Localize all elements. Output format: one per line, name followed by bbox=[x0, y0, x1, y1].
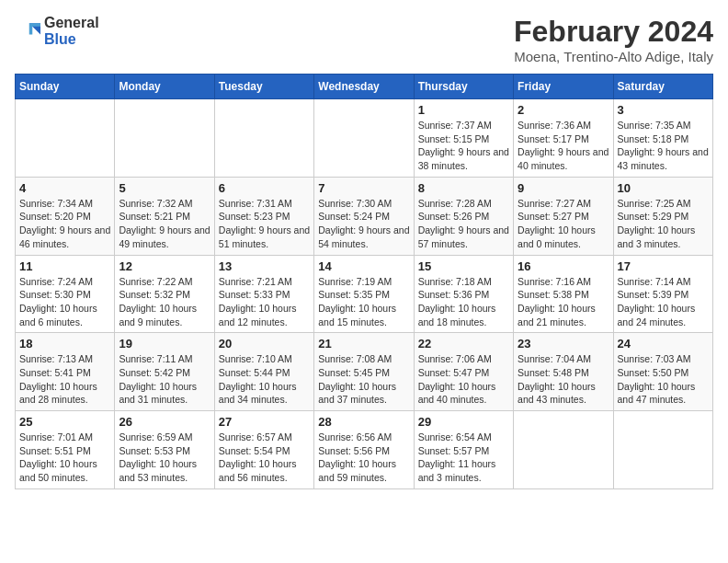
day-detail: Sunrise: 7:27 AMSunset: 5:27 PMDaylight:… bbox=[518, 197, 609, 251]
calendar-cell: 16Sunrise: 7:16 AMSunset: 5:38 PMDayligh… bbox=[514, 255, 613, 333]
calendar-cell: 20Sunrise: 7:10 AMSunset: 5:44 PMDayligh… bbox=[214, 333, 313, 411]
day-number: 11 bbox=[19, 259, 110, 273]
calendar-cell: 26Sunrise: 6:59 AMSunset: 5:53 PMDayligh… bbox=[115, 411, 214, 489]
day-detail: Sunrise: 7:19 AMSunset: 5:35 PMDaylight:… bbox=[318, 275, 409, 329]
calendar-title: February 2024 bbox=[514, 15, 713, 49]
day-detail: Sunrise: 7:25 AMSunset: 5:29 PMDaylight:… bbox=[618, 197, 709, 251]
day-detail: Sunrise: 7:18 AMSunset: 5:36 PMDaylight:… bbox=[418, 275, 509, 329]
day-header-tuesday: Tuesday bbox=[214, 75, 313, 99]
day-number: 22 bbox=[418, 337, 509, 350]
day-number: 17 bbox=[618, 259, 709, 273]
calendar-cell bbox=[514, 411, 613, 489]
calendar-header-row: SundayMondayTuesdayWednesdayThursdayFrid… bbox=[16, 75, 713, 99]
calendar-cell: 13Sunrise: 7:21 AMSunset: 5:33 PMDayligh… bbox=[214, 255, 313, 333]
calendar-table: SundayMondayTuesdayWednesdayThursdayFrid… bbox=[15, 74, 713, 489]
day-detail: Sunrise: 6:57 AMSunset: 5:54 PMDaylight:… bbox=[219, 431, 310, 485]
day-number: 21 bbox=[318, 337, 409, 350]
day-detail: Sunrise: 7:10 AMSunset: 5:44 PMDaylight:… bbox=[219, 352, 310, 407]
calendar-week-4: 18Sunrise: 7:13 AMSunset: 5:41 PMDayligh… bbox=[16, 333, 713, 411]
calendar-cell bbox=[314, 99, 414, 178]
day-number: 27 bbox=[219, 415, 310, 429]
calendar-cell: 24Sunrise: 7:03 AMSunset: 5:50 PMDayligh… bbox=[613, 333, 712, 411]
calendar-cell: 3Sunrise: 7:35 AMSunset: 5:18 PMDaylight… bbox=[613, 99, 712, 178]
day-detail: Sunrise: 7:30 AMSunset: 5:24 PMDaylight:… bbox=[318, 197, 409, 251]
title-area: February 2024 Moena, Trentino-Alto Adige… bbox=[514, 15, 713, 64]
calendar-cell: 2Sunrise: 7:36 AMSunset: 5:17 PMDaylight… bbox=[514, 99, 613, 178]
calendar-week-2: 4Sunrise: 7:34 AMSunset: 5:20 PMDaylight… bbox=[16, 177, 713, 255]
day-detail: Sunrise: 7:36 AMSunset: 5:17 PMDaylight:… bbox=[518, 119, 609, 173]
day-detail: Sunrise: 6:59 AMSunset: 5:53 PMDaylight:… bbox=[119, 431, 210, 485]
calendar-cell: 14Sunrise: 7:19 AMSunset: 5:35 PMDayligh… bbox=[314, 255, 414, 333]
day-number: 10 bbox=[618, 181, 709, 195]
day-number: 7 bbox=[318, 181, 409, 195]
calendar-cell: 28Sunrise: 6:56 AMSunset: 5:56 PMDayligh… bbox=[314, 411, 414, 489]
day-detail: Sunrise: 7:08 AMSunset: 5:45 PMDaylight:… bbox=[318, 352, 409, 407]
day-number: 20 bbox=[219, 337, 310, 350]
calendar-body: 1Sunrise: 7:37 AMSunset: 5:15 PMDaylight… bbox=[16, 99, 713, 489]
day-detail: Sunrise: 7:28 AMSunset: 5:26 PMDaylight:… bbox=[418, 197, 509, 251]
day-number: 5 bbox=[119, 181, 210, 195]
calendar-week-5: 25Sunrise: 7:01 AMSunset: 5:51 PMDayligh… bbox=[16, 411, 713, 489]
day-number: 28 bbox=[318, 415, 409, 429]
day-detail: Sunrise: 6:54 AMSunset: 5:57 PMDaylight:… bbox=[418, 431, 509, 485]
day-number: 12 bbox=[119, 259, 210, 273]
day-header-sunday: Sunday bbox=[16, 75, 115, 99]
calendar-cell: 9Sunrise: 7:27 AMSunset: 5:27 PMDaylight… bbox=[514, 177, 613, 255]
calendar-cell: 5Sunrise: 7:32 AMSunset: 5:21 PMDaylight… bbox=[115, 177, 214, 255]
calendar-cell bbox=[613, 411, 712, 489]
day-detail: Sunrise: 7:37 AMSunset: 5:15 PMDaylight:… bbox=[418, 119, 509, 173]
logo-line2: Blue bbox=[44, 31, 99, 48]
day-header-wednesday: Wednesday bbox=[314, 75, 414, 99]
calendar-cell bbox=[115, 99, 214, 178]
calendar-cell: 21Sunrise: 7:08 AMSunset: 5:45 PMDayligh… bbox=[314, 333, 414, 411]
svg-rect-0 bbox=[15, 18, 40, 44]
calendar-cell bbox=[16, 99, 115, 178]
day-detail: Sunrise: 7:06 AMSunset: 5:47 PMDaylight:… bbox=[418, 352, 509, 407]
day-number: 23 bbox=[518, 337, 609, 350]
calendar-cell: 4Sunrise: 7:34 AMSunset: 5:20 PMDaylight… bbox=[16, 177, 115, 255]
day-number: 24 bbox=[618, 337, 709, 350]
day-detail: Sunrise: 7:13 AMSunset: 5:41 PMDaylight:… bbox=[19, 352, 110, 407]
logo-icon bbox=[15, 18, 40, 44]
day-number: 6 bbox=[219, 181, 310, 195]
day-detail: Sunrise: 7:22 AMSunset: 5:32 PMDaylight:… bbox=[119, 275, 210, 329]
calendar-cell: 18Sunrise: 7:13 AMSunset: 5:41 PMDayligh… bbox=[16, 333, 115, 411]
calendar-cell: 22Sunrise: 7:06 AMSunset: 5:47 PMDayligh… bbox=[414, 333, 513, 411]
day-detail: Sunrise: 7:21 AMSunset: 5:33 PMDaylight:… bbox=[219, 275, 310, 329]
calendar-cell: 11Sunrise: 7:24 AMSunset: 5:30 PMDayligh… bbox=[16, 255, 115, 333]
calendar-cell: 1Sunrise: 7:37 AMSunset: 5:15 PMDaylight… bbox=[414, 99, 513, 178]
calendar-cell: 15Sunrise: 7:18 AMSunset: 5:36 PMDayligh… bbox=[414, 255, 513, 333]
day-number: 15 bbox=[418, 259, 509, 273]
calendar-cell: 17Sunrise: 7:14 AMSunset: 5:39 PMDayligh… bbox=[613, 255, 712, 333]
day-number: 8 bbox=[418, 181, 509, 195]
calendar-cell: 7Sunrise: 7:30 AMSunset: 5:24 PMDaylight… bbox=[314, 177, 414, 255]
day-header-thursday: Thursday bbox=[414, 75, 513, 99]
calendar-cell: 27Sunrise: 6:57 AMSunset: 5:54 PMDayligh… bbox=[214, 411, 313, 489]
day-number: 19 bbox=[119, 337, 210, 350]
calendar-cell: 10Sunrise: 7:25 AMSunset: 5:29 PMDayligh… bbox=[613, 177, 712, 255]
day-number: 29 bbox=[418, 415, 509, 429]
calendar-week-3: 11Sunrise: 7:24 AMSunset: 5:30 PMDayligh… bbox=[16, 255, 713, 333]
day-number: 16 bbox=[518, 259, 609, 273]
calendar-subtitle: Moena, Trentino-Alto Adige, Italy bbox=[514, 49, 713, 64]
calendar-cell: 19Sunrise: 7:11 AMSunset: 5:42 PMDayligh… bbox=[115, 333, 214, 411]
day-number: 4 bbox=[19, 181, 110, 195]
calendar-cell bbox=[214, 99, 313, 178]
day-number: 14 bbox=[318, 259, 409, 273]
calendar-cell: 6Sunrise: 7:31 AMSunset: 5:23 PMDaylight… bbox=[214, 177, 313, 255]
day-detail: Sunrise: 7:24 AMSunset: 5:30 PMDaylight:… bbox=[19, 275, 110, 329]
day-detail: Sunrise: 7:35 AMSunset: 5:18 PMDaylight:… bbox=[618, 119, 709, 173]
day-detail: Sunrise: 7:16 AMSunset: 5:38 PMDaylight:… bbox=[518, 275, 609, 329]
logo-line1: General bbox=[44, 15, 99, 31]
day-number: 18 bbox=[19, 337, 110, 350]
day-detail: Sunrise: 7:14 AMSunset: 5:39 PMDaylight:… bbox=[618, 275, 709, 329]
day-number: 1 bbox=[418, 103, 509, 117]
calendar-cell: 25Sunrise: 7:01 AMSunset: 5:51 PMDayligh… bbox=[16, 411, 115, 489]
day-number: 26 bbox=[119, 415, 210, 429]
calendar-cell: 8Sunrise: 7:28 AMSunset: 5:26 PMDaylight… bbox=[414, 177, 513, 255]
calendar-cell: 12Sunrise: 7:22 AMSunset: 5:32 PMDayligh… bbox=[115, 255, 214, 333]
day-detail: Sunrise: 7:11 AMSunset: 5:42 PMDaylight:… bbox=[119, 352, 210, 407]
day-number: 13 bbox=[219, 259, 310, 273]
calendar-cell: 23Sunrise: 7:04 AMSunset: 5:48 PMDayligh… bbox=[514, 333, 613, 411]
day-number: 25 bbox=[19, 415, 110, 429]
